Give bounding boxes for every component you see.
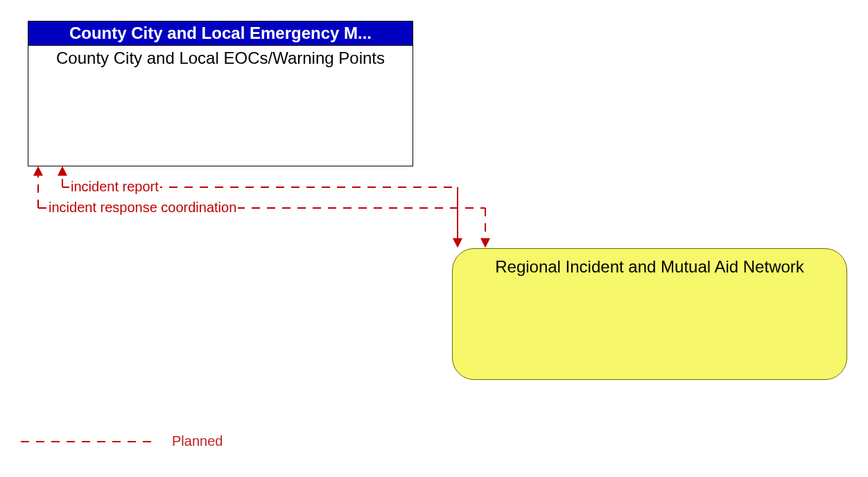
- eoc-body-text: County City and Local EOCs/Warning Point…: [56, 49, 385, 67]
- regional-box: Regional Incident and Mutual Aid Network: [452, 248, 847, 380]
- eoc-body: County City and Local EOCs/Warning Point…: [28, 45, 413, 166]
- legend-planned-label: Planned: [172, 433, 223, 449]
- flow-label-incident-response-coordination: incident response coordination: [47, 200, 238, 216]
- flow-label-incident-report: incident report: [69, 179, 160, 195]
- eoc-header: County City and Local Emergency M...: [28, 21, 413, 46]
- regional-box-text: Regional Incident and Mutual Aid Network: [495, 257, 804, 276]
